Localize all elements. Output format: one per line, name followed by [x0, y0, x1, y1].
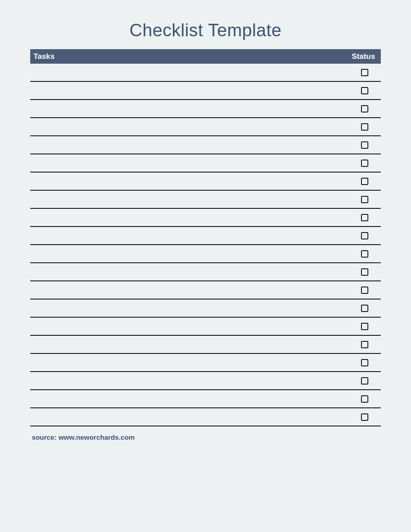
checkbox-icon[interactable]	[361, 196, 368, 203]
status-cell	[349, 160, 381, 167]
table-row	[30, 154, 381, 172]
status-cell	[349, 377, 381, 384]
status-cell	[349, 141, 381, 149]
status-cell	[349, 196, 381, 203]
table-row	[30, 263, 381, 281]
table-row	[30, 299, 381, 318]
header-tasks: Tasks	[30, 52, 349, 61]
table-row	[30, 64, 381, 82]
status-cell	[349, 414, 381, 421]
checkbox-icon[interactable]	[361, 395, 368, 403]
checkbox-icon[interactable]	[361, 214, 368, 221]
header-status: Status	[349, 52, 381, 61]
checkbox-icon[interactable]	[361, 287, 368, 294]
checkbox-icon[interactable]	[361, 87, 368, 94]
status-cell	[349, 341, 381, 348]
status-cell	[349, 395, 381, 403]
status-cell	[349, 359, 381, 366]
checkbox-icon[interactable]	[361, 414, 368, 421]
table-row	[30, 245, 381, 263]
table-row	[30, 136, 381, 154]
table-row	[30, 209, 381, 227]
status-cell	[349, 232, 381, 239]
checkbox-icon[interactable]	[361, 359, 368, 366]
status-cell	[349, 323, 381, 330]
table-row	[30, 100, 381, 118]
table-row	[30, 372, 381, 390]
checkbox-icon[interactable]	[361, 105, 368, 112]
checkbox-icon[interactable]	[361, 377, 368, 384]
status-cell	[349, 305, 381, 312]
status-cell	[349, 287, 381, 294]
status-cell	[349, 123, 381, 131]
checkbox-icon[interactable]	[361, 178, 368, 185]
table-row	[30, 82, 381, 100]
checkbox-icon[interactable]	[361, 323, 368, 330]
checkbox-icon[interactable]	[361, 160, 368, 167]
table-row	[30, 118, 381, 136]
checkbox-icon[interactable]	[361, 232, 368, 239]
checkbox-icon[interactable]	[361, 341, 368, 348]
table-row	[30, 227, 381, 245]
status-cell	[349, 268, 381, 276]
table-row	[30, 318, 381, 336]
table-row	[30, 408, 381, 426]
table-body	[30, 64, 381, 426]
checkbox-icon[interactable]	[361, 250, 368, 258]
table-row	[30, 390, 381, 408]
status-cell	[349, 69, 381, 76]
status-cell	[349, 250, 381, 258]
checkbox-icon[interactable]	[361, 305, 368, 312]
page-container: Checklist Template Tasks Status source: …	[0, 0, 411, 442]
table-row	[30, 191, 381, 209]
status-cell	[349, 105, 381, 112]
table-row	[30, 172, 381, 191]
table-row	[30, 336, 381, 354]
checkbox-icon[interactable]	[361, 69, 368, 76]
status-cell	[349, 87, 381, 94]
table-row	[30, 354, 381, 372]
checkbox-icon[interactable]	[361, 123, 368, 131]
table-header: Tasks Status	[30, 49, 381, 64]
checkbox-icon[interactable]	[361, 141, 368, 149]
page-title: Checklist Template	[30, 20, 381, 40]
checkbox-icon[interactable]	[361, 268, 368, 276]
source-text: source: www.neworchards.com	[30, 434, 381, 442]
status-cell	[349, 178, 381, 185]
status-cell	[349, 214, 381, 221]
table-row	[30, 281, 381, 299]
